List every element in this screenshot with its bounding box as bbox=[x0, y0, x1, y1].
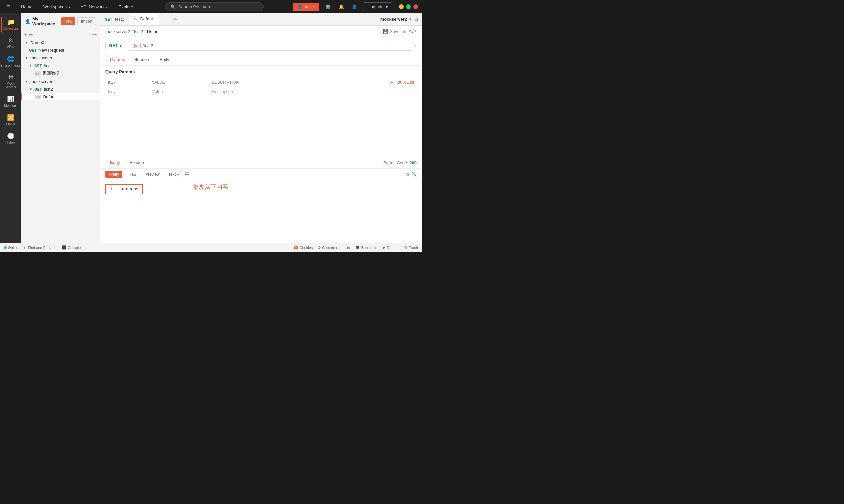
info-icon[interactable]: ℹ bbox=[415, 43, 417, 48]
import-button[interactable]: Import bbox=[77, 17, 96, 25]
capture-requests-button[interactable]: ⊙ Capture requests bbox=[318, 246, 350, 250]
example-badge-return: ex bbox=[34, 71, 40, 76]
tree-item-demo01[interactable]: ▼ Demo01 bbox=[21, 39, 100, 47]
api-network-menu[interactable]: API Network ▾ bbox=[78, 3, 111, 11]
cookies-button[interactable]: 🍪 Cookies bbox=[294, 246, 313, 250]
response-body: 1 success 修改以下内容 bbox=[100, 180, 422, 243]
mockserver-title: mockserver2 bbox=[380, 17, 407, 22]
environments-icon: 🌐 bbox=[7, 55, 14, 62]
breadcrumb-mockserver2[interactable]: mockserver2 bbox=[105, 29, 130, 34]
filter-icon[interactable]: ☰ bbox=[29, 32, 33, 37]
params-table: KEY VALUE DESCRIPTION ••• Bulk Edit bbox=[105, 78, 417, 96]
col-key: KEY bbox=[105, 78, 149, 87]
tab-add-button[interactable]: + bbox=[159, 17, 170, 22]
copy-icon[interactable]: ⧉ bbox=[406, 172, 409, 177]
sidebar-item-monitors[interactable]: 📊 Monitors bbox=[1, 93, 20, 110]
save-button[interactable]: 💾 Save bbox=[383, 29, 400, 34]
more-options-icon[interactable]: ••• bbox=[92, 32, 97, 37]
new-button[interactable]: New bbox=[61, 17, 75, 25]
line-number: 1 bbox=[110, 187, 113, 192]
method-select[interactable]: GET ▾ bbox=[105, 41, 125, 50]
tree-item-return-data[interactable]: ex 返回数据 bbox=[21, 69, 100, 78]
col-more[interactable]: ••• Bulk Edit bbox=[316, 78, 417, 87]
value-cell[interactable]: Value bbox=[149, 87, 209, 96]
online-status[interactable]: Online bbox=[4, 246, 18, 250]
menu-icon[interactable]: ☰ bbox=[4, 2, 13, 11]
workspace-title: 👤 My Workspace bbox=[25, 16, 61, 26]
mockserver-arrow: ▼ bbox=[25, 56, 28, 60]
type-select[interactable]: Text ▾ bbox=[166, 170, 182, 178]
main-content: GET test2 ex Default + ••• mockserver2 ▾… bbox=[100, 13, 422, 243]
search-input[interactable]: 🔍 Search Postman bbox=[165, 2, 264, 11]
breadcrumb-test2[interactable]: test2 bbox=[134, 29, 143, 34]
sidebar-item-environments[interactable]: 🌐 Environments bbox=[1, 53, 20, 70]
home-menu[interactable]: Home bbox=[18, 3, 35, 11]
test-arrow: ▼ bbox=[29, 64, 32, 67]
tab-get-badge: GET bbox=[105, 17, 113, 21]
find-replace-icon: ⇄ bbox=[24, 246, 27, 250]
tree-item-test[interactable]: ▼ GET /test bbox=[21, 61, 100, 69]
tree-item-mockserver[interactable]: ▼ mockserver bbox=[21, 54, 100, 61]
invite-icon: 👤 bbox=[297, 4, 303, 9]
col-description: DESCRIPTION bbox=[209, 78, 316, 87]
mockserver-layout-icon[interactable]: ⊟ bbox=[414, 17, 418, 22]
tab-bar: GET test2 ex Default + ••• mockserver2 ▾… bbox=[100, 13, 422, 26]
explore-menu[interactable]: Explore bbox=[116, 3, 136, 11]
delete-button[interactable]: 🗑 bbox=[402, 29, 407, 34]
key-cell[interactable]: Key bbox=[105, 87, 149, 96]
bootcamp-button[interactable]: 🎓 Bootcamp bbox=[356, 246, 378, 250]
trash-button[interactable]: 🗑 Trash bbox=[404, 246, 418, 250]
add-collection-icon[interactable]: + bbox=[24, 32, 27, 37]
workspaces-menu[interactable]: Workspaces ▾ bbox=[40, 3, 73, 11]
upgrade-button[interactable]: Upgrade ▾ bbox=[363, 2, 392, 11]
online-dot bbox=[4, 247, 6, 249]
capture-icon: ⊙ bbox=[318, 246, 321, 250]
format-preview-button[interactable]: Preview bbox=[142, 170, 163, 178]
tab-test2-get[interactable]: GET test2 bbox=[100, 13, 129, 26]
console-button[interactable]: ⬛ Console bbox=[62, 246, 81, 250]
resp-tab-headers[interactable]: Headers bbox=[125, 158, 150, 168]
sidebar-item-apis[interactable]: ⚙ APIs bbox=[1, 34, 20, 51]
workspaces-arrow: ▾ bbox=[69, 5, 70, 9]
sidebar-item-collections[interactable]: 📁 Collections bbox=[1, 16, 20, 33]
request-tabs: Params Headers Body bbox=[100, 54, 422, 66]
tree-item-test2[interactable]: ▼ GET test2 bbox=[21, 85, 100, 93]
desc-cell[interactable]: Description bbox=[209, 87, 316, 96]
mockserver-dropdown-icon[interactable]: ▾ bbox=[410, 17, 412, 22]
query-params-title: Query Params bbox=[105, 70, 417, 74]
maximize-button[interactable]: □ bbox=[406, 4, 411, 9]
close-button[interactable]: × bbox=[413, 4, 418, 9]
tab-more-button[interactable]: ••• bbox=[169, 17, 182, 22]
invite-button[interactable]: 👤 Invite bbox=[293, 3, 320, 11]
runner-button[interactable]: ▶ Runner bbox=[383, 246, 399, 250]
titlebar-right: 👤 Invite ⚙️ 🔔 👤 Upgrade ▾ − □ × bbox=[293, 2, 418, 11]
minimize-button[interactable]: − bbox=[399, 4, 403, 9]
code-button[interactable]: </> bbox=[409, 28, 417, 34]
avatar-icon[interactable]: 👤 bbox=[350, 2, 359, 11]
sidebar-item-history[interactable]: 🕐 History bbox=[1, 130, 20, 147]
sidebar-item-mock-servers[interactable]: 🖥 Mock Servers bbox=[1, 71, 20, 92]
response-section: Body Headers Status Code 200 Pretty Raw … bbox=[100, 157, 422, 243]
tree-item-default[interactable]: ex Default bbox=[21, 93, 100, 101]
params-section: Query Params KEY VALUE DESCRIPTION ••• B… bbox=[100, 66, 422, 157]
tab-headers[interactable]: Headers bbox=[130, 54, 155, 65]
settings-icon[interactable]: ⚙️ bbox=[323, 2, 333, 11]
search-icon[interactable]: 🔍 bbox=[411, 172, 417, 177]
response-success-text: success bbox=[121, 187, 139, 192]
resp-tab-body[interactable]: Body bbox=[105, 158, 125, 168]
workspace-actions: New Import bbox=[61, 17, 96, 25]
format-icon[interactable]: ☰ bbox=[185, 171, 189, 178]
tree-item-new-request[interactable]: GET New Request bbox=[21, 47, 100, 54]
sidebar-item-flows[interactable]: 🔀 Flows bbox=[1, 111, 20, 128]
format-raw-button[interactable]: Raw bbox=[125, 170, 139, 178]
tab-default[interactable]: ex Default bbox=[129, 13, 159, 26]
notification-icon[interactable]: 🔔 bbox=[337, 2, 346, 11]
find-replace-button[interactable]: ⇄ Find and Replace bbox=[24, 246, 56, 250]
tree-item-mockserver2[interactable]: ▼ mockserver2 bbox=[21, 78, 100, 85]
tab-body[interactable]: Body bbox=[155, 54, 174, 65]
bulk-edit-button[interactable]: Bulk Edit bbox=[397, 80, 414, 85]
url-input[interactable]: {{url}}/test2 bbox=[128, 40, 412, 51]
format-pretty-button[interactable]: Pretty bbox=[105, 170, 122, 178]
test2-arrow: ▼ bbox=[29, 87, 32, 91]
tab-params[interactable]: Params bbox=[105, 54, 130, 65]
